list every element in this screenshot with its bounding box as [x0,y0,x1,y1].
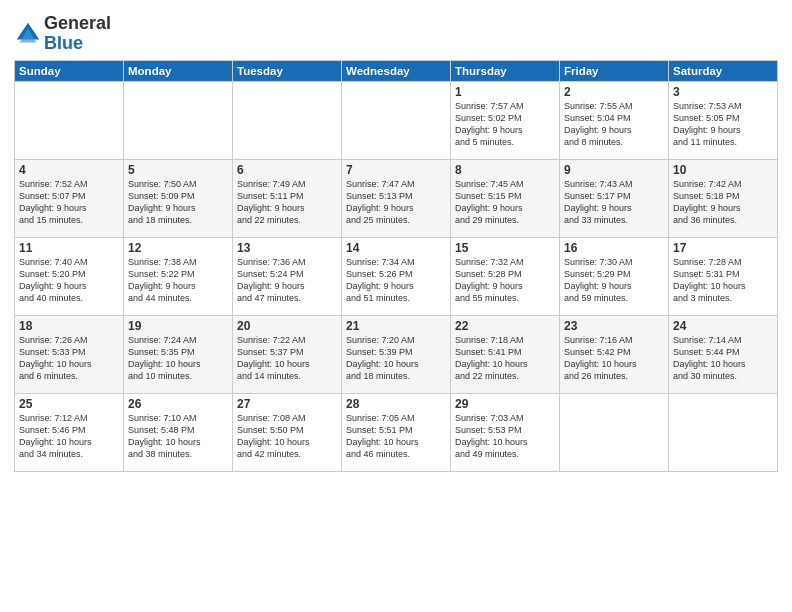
calendar-cell: 25Sunrise: 7:12 AM Sunset: 5:46 PM Dayli… [15,393,124,471]
day-info: Sunrise: 7:28 AM Sunset: 5:31 PM Dayligh… [673,256,773,305]
calendar-cell: 8Sunrise: 7:45 AM Sunset: 5:15 PM Daylig… [451,159,560,237]
day-info: Sunrise: 7:36 AM Sunset: 5:24 PM Dayligh… [237,256,337,305]
day-number: 6 [237,163,337,177]
logo: General Blue [14,14,111,54]
day-info: Sunrise: 7:45 AM Sunset: 5:15 PM Dayligh… [455,178,555,227]
day-number: 29 [455,397,555,411]
day-info: Sunrise: 7:47 AM Sunset: 5:13 PM Dayligh… [346,178,446,227]
day-number: 13 [237,241,337,255]
day-info: Sunrise: 7:12 AM Sunset: 5:46 PM Dayligh… [19,412,119,461]
calendar-cell: 24Sunrise: 7:14 AM Sunset: 5:44 PM Dayli… [669,315,778,393]
day-info: Sunrise: 7:42 AM Sunset: 5:18 PM Dayligh… [673,178,773,227]
day-info: Sunrise: 7:22 AM Sunset: 5:37 PM Dayligh… [237,334,337,383]
day-number: 11 [19,241,119,255]
day-info: Sunrise: 7:10 AM Sunset: 5:48 PM Dayligh… [128,412,228,461]
calendar-week-2: 4Sunrise: 7:52 AM Sunset: 5:07 PM Daylig… [15,159,778,237]
calendar-cell: 19Sunrise: 7:24 AM Sunset: 5:35 PM Dayli… [124,315,233,393]
day-number: 10 [673,163,773,177]
day-number: 14 [346,241,446,255]
day-number: 12 [128,241,228,255]
day-info: Sunrise: 7:05 AM Sunset: 5:51 PM Dayligh… [346,412,446,461]
day-info: Sunrise: 7:30 AM Sunset: 5:29 PM Dayligh… [564,256,664,305]
day-info: Sunrise: 7:53 AM Sunset: 5:05 PM Dayligh… [673,100,773,149]
col-header-monday: Monday [124,60,233,81]
day-info: Sunrise: 7:34 AM Sunset: 5:26 PM Dayligh… [346,256,446,305]
calendar-cell: 7Sunrise: 7:47 AM Sunset: 5:13 PM Daylig… [342,159,451,237]
calendar-cell: 3Sunrise: 7:53 AM Sunset: 5:05 PM Daylig… [669,81,778,159]
calendar-cell: 18Sunrise: 7:26 AM Sunset: 5:33 PM Dayli… [15,315,124,393]
day-info: Sunrise: 7:18 AM Sunset: 5:41 PM Dayligh… [455,334,555,383]
day-info: Sunrise: 7:16 AM Sunset: 5:42 PM Dayligh… [564,334,664,383]
day-info: Sunrise: 7:32 AM Sunset: 5:28 PM Dayligh… [455,256,555,305]
day-number: 1 [455,85,555,99]
calendar-cell [669,393,778,471]
day-number: 28 [346,397,446,411]
calendar-cell [124,81,233,159]
header: General Blue [14,10,778,54]
day-number: 18 [19,319,119,333]
calendar-cell: 26Sunrise: 7:10 AM Sunset: 5:48 PM Dayli… [124,393,233,471]
day-number: 2 [564,85,664,99]
day-number: 8 [455,163,555,177]
day-info: Sunrise: 7:50 AM Sunset: 5:09 PM Dayligh… [128,178,228,227]
logo-text: General Blue [44,14,111,54]
calendar-week-1: 1Sunrise: 7:57 AM Sunset: 5:02 PM Daylig… [15,81,778,159]
col-header-tuesday: Tuesday [233,60,342,81]
calendar-cell [233,81,342,159]
day-info: Sunrise: 7:55 AM Sunset: 5:04 PM Dayligh… [564,100,664,149]
day-number: 17 [673,241,773,255]
calendar-cell: 16Sunrise: 7:30 AM Sunset: 5:29 PM Dayli… [560,237,669,315]
calendar-cell: 9Sunrise: 7:43 AM Sunset: 5:17 PM Daylig… [560,159,669,237]
day-number: 24 [673,319,773,333]
calendar-cell [560,393,669,471]
day-info: Sunrise: 7:49 AM Sunset: 5:11 PM Dayligh… [237,178,337,227]
col-header-thursday: Thursday [451,60,560,81]
day-number: 19 [128,319,228,333]
day-number: 25 [19,397,119,411]
day-number: 22 [455,319,555,333]
calendar-cell: 21Sunrise: 7:20 AM Sunset: 5:39 PM Dayli… [342,315,451,393]
day-info: Sunrise: 7:43 AM Sunset: 5:17 PM Dayligh… [564,178,664,227]
calendar-cell: 20Sunrise: 7:22 AM Sunset: 5:37 PM Dayli… [233,315,342,393]
calendar-week-3: 11Sunrise: 7:40 AM Sunset: 5:20 PM Dayli… [15,237,778,315]
calendar-cell: 15Sunrise: 7:32 AM Sunset: 5:28 PM Dayli… [451,237,560,315]
calendar-cell [15,81,124,159]
day-info: Sunrise: 7:14 AM Sunset: 5:44 PM Dayligh… [673,334,773,383]
calendar-cell: 2Sunrise: 7:55 AM Sunset: 5:04 PM Daylig… [560,81,669,159]
calendar-cell: 13Sunrise: 7:36 AM Sunset: 5:24 PM Dayli… [233,237,342,315]
day-info: Sunrise: 7:40 AM Sunset: 5:20 PM Dayligh… [19,256,119,305]
day-number: 9 [564,163,664,177]
day-info: Sunrise: 7:03 AM Sunset: 5:53 PM Dayligh… [455,412,555,461]
day-number: 16 [564,241,664,255]
day-number: 27 [237,397,337,411]
calendar-header-row: SundayMondayTuesdayWednesdayThursdayFrid… [15,60,778,81]
day-info: Sunrise: 7:20 AM Sunset: 5:39 PM Dayligh… [346,334,446,383]
day-info: Sunrise: 7:08 AM Sunset: 5:50 PM Dayligh… [237,412,337,461]
day-number: 4 [19,163,119,177]
calendar-cell: 28Sunrise: 7:05 AM Sunset: 5:51 PM Dayli… [342,393,451,471]
page-container: General Blue SundayMondayTuesdayWednesda… [0,0,792,478]
calendar-cell: 27Sunrise: 7:08 AM Sunset: 5:50 PM Dayli… [233,393,342,471]
day-info: Sunrise: 7:24 AM Sunset: 5:35 PM Dayligh… [128,334,228,383]
day-info: Sunrise: 7:26 AM Sunset: 5:33 PM Dayligh… [19,334,119,383]
calendar-cell: 4Sunrise: 7:52 AM Sunset: 5:07 PM Daylig… [15,159,124,237]
col-header-saturday: Saturday [669,60,778,81]
calendar-week-5: 25Sunrise: 7:12 AM Sunset: 5:46 PM Dayli… [15,393,778,471]
calendar-cell: 29Sunrise: 7:03 AM Sunset: 5:53 PM Dayli… [451,393,560,471]
calendar-cell: 5Sunrise: 7:50 AM Sunset: 5:09 PM Daylig… [124,159,233,237]
calendar-cell: 22Sunrise: 7:18 AM Sunset: 5:41 PM Dayli… [451,315,560,393]
col-header-sunday: Sunday [15,60,124,81]
calendar-cell: 10Sunrise: 7:42 AM Sunset: 5:18 PM Dayli… [669,159,778,237]
day-number: 26 [128,397,228,411]
day-info: Sunrise: 7:52 AM Sunset: 5:07 PM Dayligh… [19,178,119,227]
calendar-cell: 11Sunrise: 7:40 AM Sunset: 5:20 PM Dayli… [15,237,124,315]
calendar-table: SundayMondayTuesdayWednesdayThursdayFrid… [14,60,778,472]
day-number: 5 [128,163,228,177]
calendar-cell: 1Sunrise: 7:57 AM Sunset: 5:02 PM Daylig… [451,81,560,159]
day-number: 21 [346,319,446,333]
calendar-cell: 17Sunrise: 7:28 AM Sunset: 5:31 PM Dayli… [669,237,778,315]
day-info: Sunrise: 7:57 AM Sunset: 5:02 PM Dayligh… [455,100,555,149]
calendar-cell: 12Sunrise: 7:38 AM Sunset: 5:22 PM Dayli… [124,237,233,315]
calendar-cell: 6Sunrise: 7:49 AM Sunset: 5:11 PM Daylig… [233,159,342,237]
day-number: 7 [346,163,446,177]
